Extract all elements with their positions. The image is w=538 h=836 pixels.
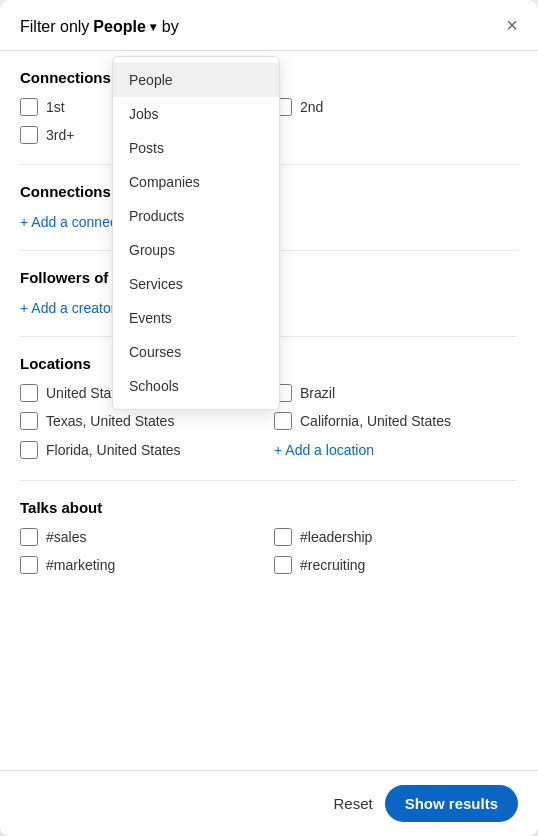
talks-about-row: #leadership (274, 528, 518, 546)
location-label: California, United States (300, 413, 451, 429)
show-results-button[interactable]: Show results (385, 785, 518, 822)
dropdown-item-groups[interactable]: Groups (113, 233, 279, 267)
filter-modal: Filter only People ▾ by × PeopleJobsPost… (0, 0, 538, 836)
connection-3rd-label: 3rd+ (46, 127, 74, 143)
location-checkbox[interactable] (20, 384, 38, 402)
talks-about-row: #marketing (20, 556, 264, 574)
talks-about-row: #sales (20, 528, 264, 546)
connection-2nd-label: 2nd (300, 99, 323, 115)
talks-about-checkbox[interactable] (274, 556, 292, 574)
location-row: Brazil (274, 384, 518, 402)
talks-about-row: #recruiting (274, 556, 518, 574)
dropdown-item-companies[interactable]: Companies (113, 165, 279, 199)
reset-button[interactable]: Reset (333, 795, 372, 812)
connection-1st-label: 1st (46, 99, 65, 115)
location-row: California, United States (274, 412, 518, 430)
location-row: Florida, United States (20, 440, 264, 460)
talks-about-label: #recruiting (300, 557, 365, 573)
talks-about-label: #leadership (300, 529, 372, 545)
modal-header: Filter only People ▾ by × (0, 0, 538, 51)
add-location-button[interactable]: + Add a location (274, 440, 374, 460)
dropdown-item-people[interactable]: People (113, 63, 279, 97)
location-label: Brazil (300, 385, 335, 401)
add-creator-button[interactable]: + Add a creator (20, 298, 115, 318)
filter-type-dropdown[interactable]: People ▾ (93, 18, 155, 36)
location-checkbox[interactable] (20, 412, 38, 430)
talks-about-title: Talks about (20, 499, 518, 516)
dropdown-item-posts[interactable]: Posts (113, 131, 279, 165)
add-location-row: + Add a location (274, 440, 518, 460)
connection-3rd-checkbox[interactable] (20, 126, 38, 144)
location-label: Texas, United States (46, 413, 174, 429)
dropdown-item-products[interactable]: Products (113, 199, 279, 233)
connection-1st-checkbox[interactable] (20, 98, 38, 116)
dropdown-item-services[interactable]: Services (113, 267, 279, 301)
location-checkbox[interactable] (20, 441, 38, 459)
location-checkbox[interactable] (274, 412, 292, 430)
close-button[interactable]: × (502, 11, 522, 39)
talks-about-checkbox[interactable] (20, 556, 38, 574)
selected-filter-type: People (93, 18, 145, 36)
dropdown-item-courses[interactable]: Courses (113, 335, 279, 369)
filter-label: Filter only (20, 18, 89, 36)
location-label: Florida, United States (46, 442, 181, 458)
talks-about-checkbox[interactable] (20, 528, 38, 546)
talks-about-label: #marketing (46, 557, 115, 573)
dropdown-item-events[interactable]: Events (113, 301, 279, 335)
dropdown-item-jobs[interactable]: Jobs (113, 97, 279, 131)
modal-footer: Reset Show results (0, 770, 538, 836)
talks-about-options: #sales #leadership #marketing #recruitin… (20, 528, 518, 584)
chevron-down-icon: ▾ (150, 20, 156, 34)
by-label: by (162, 18, 179, 36)
dropdown-item-schools[interactable]: Schools (113, 369, 279, 403)
talks-about-section: Talks about #sales #leadership #marketin… (20, 481, 518, 664)
talks-about-label: #sales (46, 529, 86, 545)
connection-2nd-row: 2nd (274, 98, 518, 116)
talks-about-checkbox[interactable] (274, 528, 292, 546)
location-row: Texas, United States (20, 412, 264, 430)
filter-type-menu: PeopleJobsPostsCompaniesProductsGroupsSe… (112, 56, 280, 410)
